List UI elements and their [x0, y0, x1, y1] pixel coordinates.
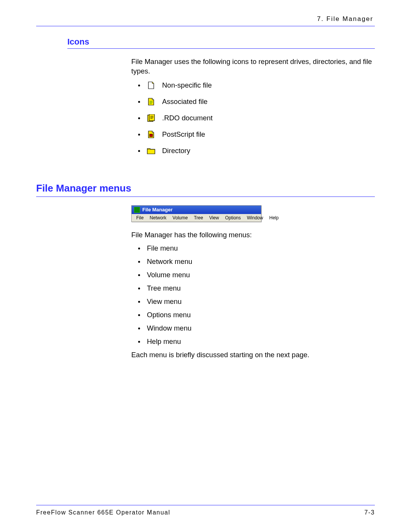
list-item-label: Non-specific file	[162, 81, 212, 90]
menus-intro-text: File Manager has the following menus:	[131, 230, 375, 240]
list-item-label: Options menu	[147, 310, 191, 320]
list-item: Volume menu	[131, 270, 375, 280]
bullet-icon	[138, 85, 140, 86]
list-item: File menu	[131, 244, 375, 253]
list-item-label: Window menu	[147, 324, 191, 333]
menus-heading: File Manager menus	[36, 182, 375, 194]
bullet-icon	[138, 134, 140, 136]
menu-volume: Volume	[169, 215, 191, 221]
list-item-label: Directory	[162, 146, 190, 156]
list-item-label: Help menu	[147, 337, 181, 347]
menus-list: File menu Network menu Volume menu Tree …	[131, 244, 375, 347]
icons-list: Non-specific file Associated file .RDO d…	[131, 81, 375, 156]
rdo-document-icon	[147, 114, 155, 122]
bullet-icon	[138, 274, 140, 276]
menus-outro-text: Each menu is briefly discussed starting …	[131, 350, 375, 360]
list-item: Help menu	[131, 337, 375, 347]
bullet-icon	[138, 301, 140, 303]
list-item: Options menu	[131, 310, 375, 320]
list-item: Directory	[131, 146, 375, 156]
list-item-label: PostScript file	[162, 130, 205, 139]
bullet-icon	[138, 117, 140, 119]
list-item: Tree menu	[131, 284, 375, 293]
window-titlebar: File Manager	[132, 206, 261, 214]
postscript-file-icon	[147, 130, 155, 139]
list-item-label: View menu	[147, 297, 182, 307]
bullet-icon	[138, 288, 140, 289]
footer-rule	[36, 505, 375, 505]
icons-heading: Icons	[67, 37, 375, 47]
icons-intro-text: File Manager uses the following icons to…	[131, 57, 375, 76]
bullet-icon	[138, 341, 140, 343]
list-item: Associated file	[131, 97, 375, 107]
menu-network: Network	[147, 215, 169, 221]
footer-page-number: 7-3	[364, 509, 375, 516]
list-item-label: Network menu	[147, 257, 192, 267]
list-item-label: Associated file	[162, 97, 207, 107]
directory-icon	[147, 147, 155, 155]
menu-options: Options	[222, 215, 244, 221]
menu-help: Help	[266, 215, 282, 221]
bullet-icon	[138, 150, 140, 152]
non-specific-file-icon	[147, 81, 155, 89]
menu-view: View	[206, 215, 222, 221]
list-item-label: Tree menu	[147, 284, 181, 293]
list-item: PostScript file	[131, 130, 375, 139]
menu-window: Window	[244, 215, 266, 221]
svg-rect-2	[150, 134, 153, 137]
menus-heading-rule	[36, 197, 375, 197]
list-item: Non-specific file	[131, 81, 375, 90]
list-item: .RDO document	[131, 113, 375, 123]
list-item: View menu	[131, 297, 375, 307]
header-rule	[36, 26, 375, 26]
bullet-icon	[138, 248, 140, 249]
list-item: Network menu	[131, 257, 375, 267]
icons-heading-rule	[67, 48, 375, 49]
bullet-icon	[138, 314, 140, 316]
menu-tree: Tree	[191, 215, 206, 221]
footer-manual-title: FreeFlow Scanner 665E Operator Manual	[36, 509, 170, 516]
window-title: File Manager	[142, 207, 172, 212]
file-manager-window-capture: File Manager File Network Volume Tree Vi…	[131, 205, 261, 222]
list-item-label: Volume menu	[147, 270, 190, 280]
associated-file-icon	[147, 97, 155, 106]
list-item: Window menu	[131, 324, 375, 333]
window-menubar: File Network Volume Tree View Options Wi…	[132, 214, 261, 222]
bullet-icon	[138, 261, 140, 263]
menu-file: File	[133, 215, 147, 221]
chapter-header: 7. File Manager	[36, 15, 375, 23]
list-item-label: .RDO document	[162, 113, 213, 123]
bullet-icon	[138, 101, 140, 103]
app-icon	[134, 207, 140, 213]
bullet-icon	[138, 328, 140, 329]
page-footer: FreeFlow Scanner 665E Operator Manual 7-…	[36, 505, 375, 516]
list-item-label: File menu	[147, 244, 178, 253]
